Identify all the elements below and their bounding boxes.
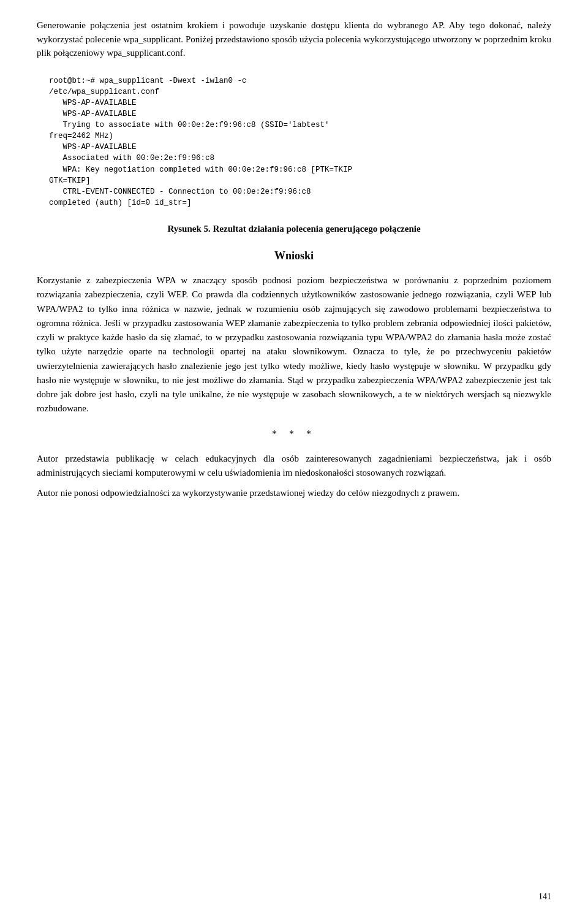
body-paragraph-1: Korzystanie z zabezpieczenia WPA w znacz… [37,273,551,416]
section-title: Wnioski [37,249,551,262]
intro-paragraph: Generowanie połączenia jest ostatnim kro… [37,18,551,60]
code-block: root@bt:~# wpa_supplicant -Dwext -iwlan0… [37,69,551,215]
page-number: 141 [538,892,551,902]
page: Generowanie połączenia jest ostatnim kro… [0,0,588,914]
figure-caption: Rysunek 5. Rezultat działania polecenia … [37,224,551,234]
footer-note-1: Autor przedstawia publikację w celach ed… [37,452,551,481]
separator: * * * [37,428,551,440]
footer-note-2: Autor nie ponosi odpowiedzialności za wy… [37,486,551,500]
